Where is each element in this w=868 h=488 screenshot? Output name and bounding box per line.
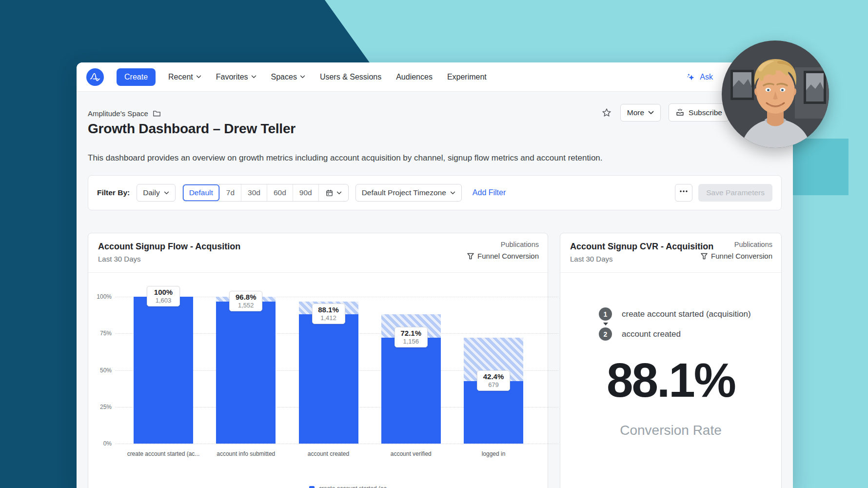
range-option-default[interactable]: Default xyxy=(183,184,219,201)
sparkle-icon xyxy=(686,72,696,82)
x-axis-label: create account started (ac... xyxy=(122,450,205,457)
y-axis-tick: 50% xyxy=(100,367,112,374)
cvr-chart-type-label: Funnel Conversion xyxy=(711,252,772,260)
stage: Create RecentFavoritesSpacesUsers & Sess… xyxy=(0,0,868,488)
step-label: create account started (acquisition) xyxy=(622,309,751,319)
nav-item-recent[interactable]: Recent xyxy=(168,73,201,81)
funnel-chart-type-label: Funnel Conversion xyxy=(477,252,539,260)
interval-dropdown[interactable]: Daily xyxy=(137,184,175,202)
nav-item-users-sessions[interactable]: Users & Sessions xyxy=(320,73,381,81)
more-label: More xyxy=(627,108,644,117)
subscribe-label: Subscribe xyxy=(689,108,722,117)
cvr-step-2: 2account created xyxy=(599,327,751,341)
cvr-step-1: 1create account started (acquisition) xyxy=(599,307,751,321)
funnel-icon xyxy=(467,252,474,260)
step-connector-icon xyxy=(599,321,751,327)
conversion-rate-value: 88.1% xyxy=(560,353,781,408)
bar-value-label: 96.8%1,552 xyxy=(229,291,262,311)
range-option-90d[interactable]: 90d xyxy=(293,184,318,201)
cvr-card-tag: Publications xyxy=(700,241,772,248)
legend-label: create account started (ac... xyxy=(319,485,392,488)
more-button[interactable]: More xyxy=(620,104,661,122)
top-nav: Create RecentFavoritesSpacesUsers & Sess… xyxy=(77,62,793,92)
breadcrumb[interactable]: Amplitude's Space xyxy=(88,109,161,118)
subscribe-button[interactable]: Subscribe xyxy=(669,103,729,122)
bar-value-label: 42.4%679 xyxy=(477,370,510,391)
step-label: account created xyxy=(622,329,681,339)
nav-item-favorites[interactable]: Favorites xyxy=(216,73,256,81)
x-axis-label: account info submitted xyxy=(204,450,287,457)
funnel-legend: create account started (ac... xyxy=(309,485,392,488)
funnel-chart-card: Account Signup Flow - Acqusition Last 30… xyxy=(88,233,548,488)
chevron-down-icon xyxy=(196,75,201,79)
timezone-value: Default Project Timezone xyxy=(362,188,446,197)
y-axis-tick: 100% xyxy=(97,293,112,300)
ask-label: Ask xyxy=(700,73,713,81)
y-axis-tick: 0% xyxy=(103,440,112,447)
breadcrumb-label: Amplitude's Space xyxy=(88,109,148,118)
nav-items: RecentFavoritesSpacesUsers & SessionsAud… xyxy=(168,73,487,81)
bar-value-label: 100%1,603 xyxy=(147,286,180,306)
funnel-bar-create-account-started-ac[interactable] xyxy=(134,297,193,444)
funnel-bar-account-verified[interactable] xyxy=(381,338,441,444)
funnel-bar-account-created[interactable] xyxy=(299,314,358,444)
amplitude-logo-icon[interactable] xyxy=(86,68,104,86)
user-avatar[interactable] xyxy=(722,41,829,148)
x-axis-label: logged in xyxy=(452,450,535,457)
step-number-badge: 1 xyxy=(599,307,612,321)
page-title: Growth Dashboard – Drew Teller xyxy=(88,121,296,137)
range-option-60d[interactable]: 60d xyxy=(267,184,293,201)
cvr-chart-type: Funnel Conversion xyxy=(700,252,772,260)
conversion-rate-label: Conversion Rate xyxy=(560,423,781,438)
cvr-steps: 1create account started (acquisition)2ac… xyxy=(599,307,751,341)
step-number-badge: 2 xyxy=(599,327,612,341)
interval-value: Daily xyxy=(143,188,159,197)
legend-swatch xyxy=(309,486,315,488)
range-option-7d[interactable]: 7d xyxy=(219,184,241,201)
funnel-chart-type: Funnel Conversion xyxy=(467,252,539,260)
subscribe-icon xyxy=(675,108,685,117)
filter-bar: Filter By: Daily Default7d30d60d90d Defa… xyxy=(88,175,782,210)
filter-bar-right: Save Parameters xyxy=(675,184,772,202)
x-axis-label: account verified xyxy=(370,450,453,457)
gridline xyxy=(115,444,558,444)
header-actions: More Subscribe xyxy=(601,103,729,122)
favorite-star-icon[interactable] xyxy=(601,107,612,119)
chevron-down-icon xyxy=(300,75,305,79)
filter-more-options-button[interactable] xyxy=(675,184,692,202)
cvr-card-header: Account Signup CVR - Acquisition Last 30… xyxy=(560,233,781,273)
nav-item-experiment[interactable]: Experiment xyxy=(447,73,487,81)
bar-value-label: 88.1%1,412 xyxy=(312,304,345,324)
bar-value-label: 72.1%1,156 xyxy=(395,327,428,347)
x-axis-label: account created xyxy=(287,450,370,457)
app-window: Create RecentFavoritesSpacesUsers & Sess… xyxy=(77,62,793,488)
date-picker-segment[interactable] xyxy=(318,184,348,201)
create-button[interactable]: Create xyxy=(117,68,156,86)
funnel-card-header: Account Signup Flow - Acqusition Last 30… xyxy=(88,233,548,273)
range-option-30d[interactable]: 30d xyxy=(241,184,267,201)
funnel-card-meta: Publications Funnel Conversion xyxy=(467,241,539,260)
cvr-card-meta: Publications Funnel Conversion xyxy=(700,241,772,260)
page-description: This dashboard provides an overview on g… xyxy=(88,153,603,163)
funnel-bar-account-info-submitted[interactable] xyxy=(216,302,276,444)
timezone-dropdown[interactable]: Default Project Timezone xyxy=(355,184,462,202)
y-axis-tick: 25% xyxy=(100,404,112,410)
funnel-plot: 100%75%50%25%0%100%1,603create account s… xyxy=(118,297,539,444)
chevron-down-icon xyxy=(251,75,256,79)
filter-by-label: Filter By: xyxy=(97,188,130,197)
save-parameters-button[interactable]: Save Parameters xyxy=(698,184,772,202)
funnel-card-tag: Publications xyxy=(467,241,539,248)
y-axis-tick: 75% xyxy=(100,330,112,337)
date-range-segmented: Default7d30d60d90d xyxy=(182,184,349,202)
folder-icon xyxy=(152,109,161,118)
ask-button[interactable]: Ask xyxy=(686,72,713,82)
funnel-icon xyxy=(700,252,708,260)
background-accent-square xyxy=(791,139,848,195)
nav-item-audiences[interactable]: Audiences xyxy=(396,73,433,81)
cvr-card: Account Signup CVR - Acquisition Last 30… xyxy=(560,233,782,488)
add-filter-button[interactable]: Add Filter xyxy=(473,188,506,197)
nav-item-spaces[interactable]: Spaces xyxy=(271,73,305,81)
